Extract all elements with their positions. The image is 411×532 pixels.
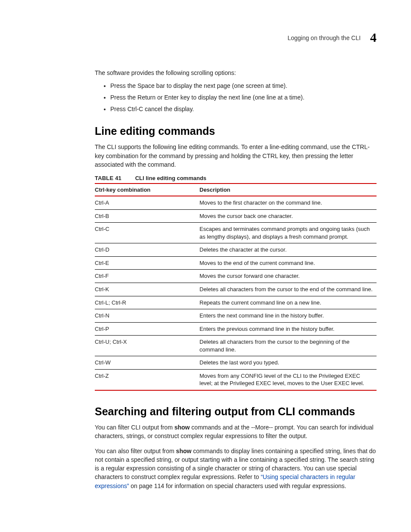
table-row: Ctrl-BMoves the cursor back one characte… (95, 209, 377, 223)
cell-key: Ctrl-B (95, 209, 199, 223)
table-row: Ctrl-DDeletes the character at the curso… (95, 243, 377, 257)
show-keyword: show (174, 424, 190, 431)
cell-key: Ctrl-K (95, 283, 199, 296)
cell-key: Ctrl-L; Ctrl-R (95, 296, 199, 309)
cell-key: Ctrl-A (95, 196, 199, 209)
table-row: Ctrl-EMoves to the end of the current co… (95, 256, 377, 270)
table-header-desc: Description (199, 184, 377, 196)
table-caption: TABLE 41 CLI line editing commands (95, 175, 377, 181)
section-heading-search-filter: Searching and filtering output from CLI … (95, 405, 377, 418)
cell-desc: Moves to the first character on the comm… (199, 196, 377, 209)
intro-bullets: Press the Space bar to display the next … (95, 81, 377, 114)
table-row: Ctrl-NEnters the next command line in th… (95, 309, 377, 323)
section2-para2: You can also filter output from show com… (95, 447, 377, 490)
cell-desc: Escapes and terminates command prompts a… (199, 223, 377, 243)
intro-bullet: Press Ctrl-C cancel the display. (110, 105, 377, 114)
cell-desc: Deletes all characters from the cursor t… (199, 336, 377, 356)
cell-key: Ctrl-C (95, 223, 199, 243)
cell-key: Ctrl-F (95, 270, 199, 283)
intro-bullet: Press the Space bar to display the next … (110, 81, 377, 90)
cell-desc: Moves the cursor back one character. (199, 209, 377, 223)
running-header: Logging on through the CLI 4 (95, 30, 377, 45)
table-row: Ctrl-U; Ctrl-XDeletes all characters fro… (95, 336, 377, 356)
cell-desc: Moves to the end of the current command … (199, 256, 377, 270)
cell-desc: Deletes the character at the cursor. (199, 243, 377, 257)
table-row: Ctrl-L; Ctrl-RRepeats the current comman… (95, 296, 377, 309)
cell-key: Ctrl-D (95, 243, 199, 257)
cell-key: Ctrl-U; Ctrl-X (95, 336, 199, 356)
text: You can filter CLI output from (95, 424, 174, 431)
section-heading-line-editing: Line editing commands (95, 125, 377, 137)
page: Logging on through the CLI 4 The softwar… (0, 0, 411, 532)
section2-para1: You can filter CLI output from show comm… (95, 423, 377, 441)
cli-table: Ctrl-key combination Description Ctrl-AM… (95, 183, 377, 391)
intro-lead: The software provides the following scro… (95, 68, 377, 77)
table-row: Ctrl-AMoves to the first character on th… (95, 196, 377, 209)
table-body: Ctrl-AMoves to the first character on th… (95, 196, 377, 390)
table-row: Ctrl-CEscapes and terminates command pro… (95, 223, 377, 243)
show-keyword: show (176, 448, 192, 454)
table-title: CLI line editing commands (135, 175, 206, 181)
cell-desc: Moves the cursor forward one character. (199, 270, 377, 283)
table-row: Ctrl-WDeletes the last word you typed. (95, 356, 377, 370)
cell-desc: Deletes all characters from the cursor t… (199, 283, 377, 296)
cell-desc: Deletes the last word you typed. (199, 356, 377, 370)
cell-desc: Repeats the current command line on a ne… (199, 296, 377, 309)
cell-desc: Moves from any CONFIG level of the CLI t… (199, 369, 377, 390)
cell-key: Ctrl-P (95, 322, 199, 336)
text: You can also filter output from (95, 448, 176, 454)
table-header-row: Ctrl-key combination Description (95, 184, 377, 196)
table-row: Ctrl-PEnters the previous command line i… (95, 322, 377, 336)
text: on page 114 for information on special c… (129, 482, 346, 489)
cell-desc: Enters the next command line in the hist… (199, 309, 377, 323)
table-row: Ctrl-ZMoves from any CONFIG level of the… (95, 369, 377, 390)
table-row: Ctrl-FMoves the cursor forward one chara… (95, 270, 377, 283)
table-row: Ctrl-KDeletes all characters from the cu… (95, 283, 377, 296)
cell-key: Ctrl-E (95, 256, 199, 270)
chapter-number: 4 (370, 30, 377, 44)
table-header-key: Ctrl-key combination (95, 184, 199, 196)
intro-bullet: Press the Return or Enter key to display… (110, 93, 377, 102)
section1-para: The CLI supports the following line edit… (95, 143, 377, 169)
cell-key: Ctrl-W (95, 356, 199, 370)
cell-key: Ctrl-N (95, 309, 199, 323)
table-label: TABLE 41 (95, 175, 121, 181)
cell-key: Ctrl-Z (95, 369, 199, 390)
cell-desc: Enters the previous command line in the … (199, 322, 377, 336)
running-header-title: Logging on through the CLI (287, 34, 361, 41)
